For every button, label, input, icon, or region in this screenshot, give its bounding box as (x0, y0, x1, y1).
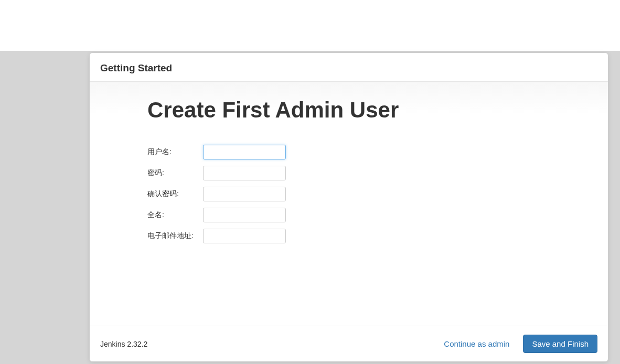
fullname-input[interactable] (203, 208, 286, 222)
password-label: 密码: (147, 166, 203, 180)
fullname-label: 全名: (147, 208, 203, 222)
form-row-username: 用户名: (147, 145, 286, 159)
username-label: 用户名: (147, 145, 203, 159)
password-input[interactable] (203, 166, 286, 180)
username-input[interactable] (203, 145, 286, 159)
modal-body: Create First Admin User 用户名: 密码: 确认密码: (90, 82, 608, 326)
form-row-confirm-password: 确认密码: (147, 187, 286, 201)
setup-wizard-modal: Getting Started Create First Admin User … (89, 52, 608, 362)
form-row-email: 电子邮件地址: (147, 229, 286, 243)
form-row-fullname: 全名: (147, 208, 286, 222)
email-label: 电子邮件地址: (147, 229, 203, 243)
form-row-password: 密码: (147, 166, 286, 180)
modal-header: Getting Started (90, 53, 608, 82)
confirm-password-input[interactable] (203, 187, 286, 201)
page-title: Create First Admin User (147, 98, 608, 123)
modal-header-title: Getting Started (100, 62, 597, 74)
email-input[interactable] (203, 229, 286, 243)
confirm-password-label: 确认密码: (147, 187, 203, 201)
footer-actions: Continue as admin Save and Finish (442, 335, 597, 353)
version-label: Jenkins 2.32.2 (100, 340, 147, 348)
continue-as-admin-button[interactable]: Continue as admin (442, 336, 511, 351)
modal-footer: Jenkins 2.32.2 Continue as admin Save an… (90, 326, 608, 361)
save-and-finish-button[interactable]: Save and Finish (523, 335, 597, 353)
create-user-form: 用户名: 密码: 确认密码: (147, 138, 286, 250)
content-wrap: Create First Admin User 用户名: 密码: 确认密码: (90, 98, 608, 250)
